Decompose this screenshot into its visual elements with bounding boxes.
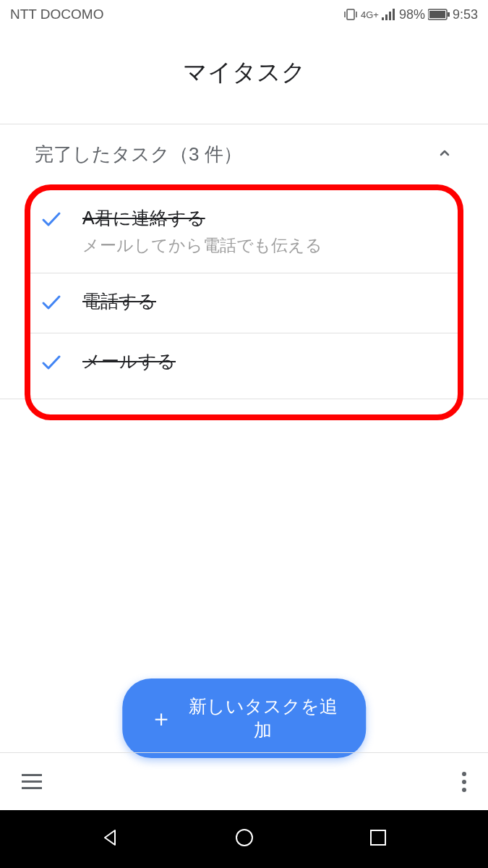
svg-rect-4 <box>385 14 388 20</box>
completed-tasks-header[interactable]: 完了したタスク（3 件） <box>0 124 488 184</box>
task-title: 電話する <box>82 289 449 313</box>
battery-label: 98% <box>399 7 425 22</box>
status-right: 4G+ 98% 9:53 <box>343 7 478 22</box>
add-task-label: 新しいタスクを追加 <box>187 694 339 742</box>
svg-rect-3 <box>382 17 384 20</box>
network-label: 4G+ <box>361 9 379 20</box>
header: マイタスク <box>0 29 488 124</box>
completed-tasks-label: 完了したタスク（3 件） <box>35 142 242 167</box>
task-subtitle: メールしてから電話でも伝える <box>82 234 449 257</box>
svg-rect-11 <box>371 830 385 845</box>
task-item[interactable]: A君に連絡する メールしてから電話でも伝える <box>30 190 458 273</box>
home-icon[interactable] <box>234 827 254 851</box>
add-task-button[interactable]: ＋ 新しいタスクを追加 <box>122 678 367 758</box>
check-icon[interactable] <box>39 208 62 234</box>
bottom-toolbar <box>0 752 488 810</box>
system-nav-bar <box>0 810 488 868</box>
vibrate-icon <box>343 8 358 21</box>
status-bar: NTT DOCOMO 4G+ 98% 9:53 <box>0 0 488 29</box>
annotation-highlight: A君に連絡する メールしてから電話でも伝える 電話する メールする <box>25 184 463 420</box>
back-icon[interactable] <box>100 827 121 851</box>
svg-rect-9 <box>448 12 450 17</box>
task-title: A君に連絡する <box>82 206 449 230</box>
signal-icon <box>382 9 396 20</box>
svg-rect-0 <box>347 9 354 20</box>
chevron-up-icon <box>436 145 453 165</box>
task-item[interactable]: 電話する <box>30 273 458 333</box>
recent-icon[interactable] <box>369 828 388 850</box>
menu-icon[interactable] <box>22 774 42 789</box>
plus-icon: ＋ <box>150 707 173 730</box>
task-content: 電話する <box>82 289 449 313</box>
task-content: A君に連絡する メールしてから電話でも伝える <box>82 206 449 257</box>
task-title: メールする <box>82 349 449 373</box>
battery-icon <box>428 9 450 20</box>
time-label: 9:53 <box>453 7 478 22</box>
svg-rect-8 <box>429 11 445 18</box>
check-icon[interactable] <box>39 291 62 317</box>
task-content: メールする <box>82 349 449 373</box>
task-item[interactable]: メールする <box>30 333 458 393</box>
svg-point-10 <box>236 830 252 846</box>
carrier-label: NTT DOCOMO <box>10 7 103 22</box>
check-icon[interactable] <box>39 351 62 377</box>
more-icon[interactable] <box>462 772 466 792</box>
svg-rect-6 <box>393 9 395 20</box>
svg-rect-5 <box>389 12 391 20</box>
page-title: マイタスク <box>0 56 488 89</box>
